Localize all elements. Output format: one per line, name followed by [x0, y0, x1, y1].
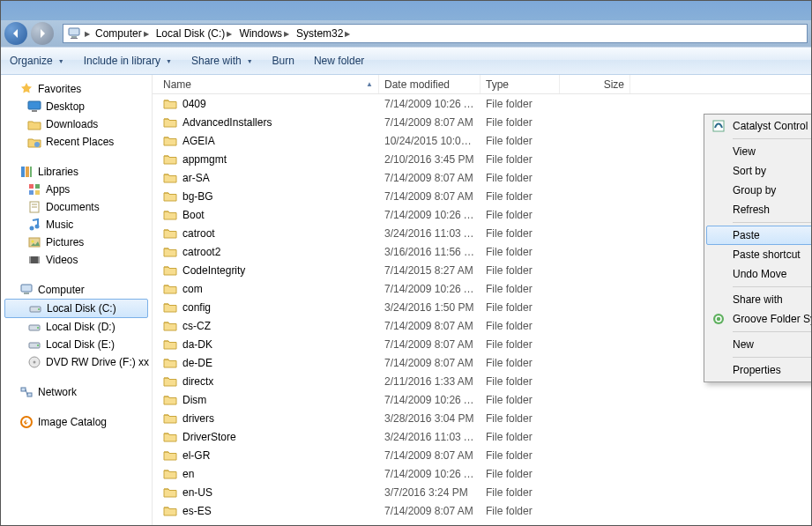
file-name: es-ES [183, 505, 212, 517]
sidebar-item-local-disk-d[interactable]: Local Disk (D:) [1, 318, 152, 336]
file-type: File folder [480, 505, 560, 517]
svg-rect-34 [27, 393, 32, 396]
file-row[interactable]: en-US3/7/2016 3:24 PMFile folder [153, 483, 811, 501]
file-name: Boot [183, 209, 205, 221]
context-menu-item[interactable]: View▶ [706, 142, 812, 161]
context-menu-item[interactable]: Paste shortcut [706, 245, 812, 264]
file-row[interactable]: el-GR7/14/2009 8:07 AMFile folder [153, 446, 811, 464]
context-menu-item[interactable]: Share with▶ [706, 290, 812, 309]
file-type: File folder [480, 264, 560, 277]
forward-button[interactable] [31, 22, 54, 45]
image-catalog-label: Image Catalog [38, 416, 107, 428]
sidebar-item-documents[interactable]: Documents [1, 198, 152, 216]
svg-rect-9 [29, 184, 34, 189]
computer-icon [67, 26, 81, 41]
share-with-menu[interactable]: Share with▼ [191, 55, 253, 67]
breadcrumb-system32[interactable]: System32▶ [294, 27, 352, 40]
breadcrumb-windows[interactable]: Windows▶ [237, 27, 291, 40]
context-menu-separator [733, 357, 812, 358]
file-name: catroot [183, 227, 215, 240]
folder-icon [163, 115, 177, 130]
sidebar-item-recent-places[interactable]: Recent Places [1, 133, 152, 151]
folder-icon [163, 448, 177, 463]
libraries-group[interactable]: Libraries [1, 163, 152, 181]
sidebar-item-local-disk-c[interactable]: Local Disk (C:) [4, 299, 148, 318]
context-menu-item[interactable]: New▶ [706, 335, 812, 354]
file-row[interactable]: drivers3/28/2016 3:04 PMFile folder [153, 409, 811, 427]
folder-icon [163, 319, 177, 333]
drive-icon [27, 337, 41, 352]
context-menu-label: Undo Move [733, 268, 786, 280]
context-menu-item[interactable]: Paste [706, 226, 812, 245]
dvd-drive-icon [27, 355, 41, 369]
file-date: 3/28/2016 3:04 PM [379, 412, 480, 425]
context-menu-item[interactable]: Undo MoveCtrl+Z [706, 264, 812, 284]
file-row[interactable]: en7/14/2009 10:26 AMFile folder [153, 464, 811, 483]
context-menu-label: New [733, 338, 754, 351]
column-size[interactable]: Size [560, 75, 630, 93]
file-row[interactable]: es-ES7/14/2009 8:07 AMFile folder [153, 501, 811, 520]
sidebar-item-downloads[interactable]: Downloads [1, 115, 152, 133]
context-menu-item[interactable]: Catalyst Control Center [706, 116, 812, 136]
favorites-group[interactable]: Favorites [1, 80, 152, 98]
file-type: File folder [480, 431, 560, 443]
folder-icon [163, 282, 177, 296]
context-menu-item[interactable]: Sort by▶ [706, 161, 812, 181]
sidebar-item-local-disk-e[interactable]: Local Disk (E:) [1, 336, 152, 353]
organize-menu[interactable]: Organize▼ [10, 55, 64, 67]
network-icon [19, 385, 34, 399]
file-row[interactable]: Dism7/14/2009 10:26 AMFile folder [153, 390, 811, 409]
sidebar-item-dvd-rw-drive[interactable]: DVD RW Drive (F:) xx [1, 353, 152, 371]
folder-icon [163, 485, 177, 500]
column-name[interactable]: Name▲ [158, 75, 379, 93]
network-group[interactable]: Network [1, 383, 152, 401]
star-icon [19, 82, 34, 96]
favorites-label: Favorites [38, 83, 81, 95]
column-headers: Name▲ Date modified Type Size [153, 75, 811, 94]
breadcrumb-local-disk-c[interactable]: Local Disk (C:)▶ [154, 27, 235, 40]
file-row[interactable]: DriverStore3/24/2016 11:03 AMFile folder [153, 427, 811, 446]
back-button[interactable] [4, 22, 27, 45]
address-bar[interactable]: ▶ Computer▶ Local Disk (C:)▶ Windows▶ Sy… [63, 24, 808, 43]
column-date-modified[interactable]: Date modified [379, 75, 480, 93]
context-menu-item[interactable]: Refresh [706, 200, 812, 219]
image-catalog-group[interactable]: Image Catalog [1, 413, 152, 431]
sidebar-item-music[interactable]: Music [1, 216, 152, 233]
file-type: File folder [480, 412, 560, 425]
burn-button[interactable]: Burn [272, 55, 294, 67]
computer-group[interactable]: Computer [1, 281, 152, 299]
svg-point-30 [37, 344, 39, 346]
folder-icon [163, 374, 177, 389]
context-menu-item[interactable]: Properties [706, 360, 812, 380]
context-menu-separator [733, 222, 812, 223]
new-folder-button[interactable]: New folder [314, 55, 364, 67]
include-in-library-menu[interactable]: Include in library▼ [84, 55, 172, 67]
file-type: File folder [480, 172, 560, 184]
context-menu-item[interactable]: Groove Folder Synchronization▶ [706, 309, 812, 329]
folder-icon [163, 356, 177, 370]
context-menu-label: Catalyst Control Center [733, 120, 812, 132]
folder-icon [163, 430, 177, 444]
content-pane: Name▲ Date modified Type Size 04097/14/2… [153, 75, 811, 526]
svg-point-36 [21, 417, 32, 427]
folder-icon [163, 393, 177, 407]
sidebar-item-pictures[interactable]: Pictures [1, 233, 152, 251]
context-menu-label: Properties [733, 364, 781, 376]
file-name: catroot2 [183, 246, 220, 258]
file-type: File folder [480, 394, 560, 406]
column-type[interactable]: Type [480, 75, 560, 93]
sidebar-item-videos[interactable]: Videos [1, 251, 152, 269]
breadcrumb-computer[interactable]: Computer▶ [93, 27, 151, 40]
folder-icon [163, 97, 177, 111]
apps-icon [27, 182, 41, 196]
file-row[interactable]: 04097/14/2009 10:26 AMFile folder [153, 94, 811, 113]
groove-icon [711, 312, 726, 326]
folder-icon [163, 189, 177, 204]
breadcrumb-arrow[interactable]: ▶ [85, 30, 90, 38]
folder-icon [163, 226, 177, 241]
sidebar-item-apps[interactable]: Apps [1, 181, 152, 198]
file-type: File folder [480, 209, 560, 221]
context-menu-item[interactable]: Group by▶ [706, 181, 812, 200]
sidebar-item-desktop[interactable]: Desktop [1, 98, 152, 115]
pictures-icon [27, 235, 41, 249]
